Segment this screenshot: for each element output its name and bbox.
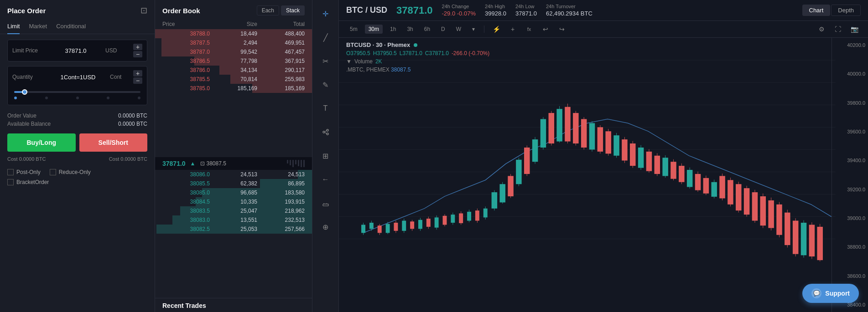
low-label: 24h Low (515, 4, 537, 9)
redo-button[interactable]: ↪ (556, 24, 568, 35)
ruler-icon[interactable] (317, 195, 334, 211)
support-label: Support (825, 290, 850, 297)
bid-row[interactable]: 38082.5 25,053 257,566 (155, 225, 312, 234)
tf-w[interactable]: W (452, 25, 465, 34)
price-label-8: 38600.0 (835, 273, 865, 279)
crosshair-icon[interactable]: ✛ (317, 5, 334, 22)
tf-d[interactable]: D (437, 25, 449, 34)
slider-thumb[interactable] (22, 89, 27, 95)
ask-row[interactable]: 38786.0 34,134 290,117 (155, 66, 312, 75)
chart-symbol-row: BTCUSD · 30 · Phemex (346, 41, 489, 48)
post-only-checkbox[interactable]: Post-Only (7, 169, 41, 175)
checkbox-row-2: BracketOrder (7, 179, 147, 185)
snapshot-button[interactable]: 📷 (848, 24, 861, 35)
bracket-order-checkbox[interactable]: BracketOrder (7, 179, 49, 185)
post-only-box (7, 169, 14, 175)
index-icon: ⊡ (200, 160, 205, 167)
price-label-1: 40000.0 (835, 71, 865, 77)
node-icon[interactable] (317, 124, 334, 140)
chart-view-btn[interactable]: Chart (802, 5, 831, 16)
support-button[interactable]: 💬 Support (802, 284, 859, 303)
ask-row[interactable]: 38785.0 185,169 185,169 (155, 84, 312, 93)
tf-1h[interactable]: 1h (386, 25, 400, 34)
chart-symbol-name: BTCUSD · 30 · Phemex (346, 41, 410, 48)
undo-button[interactable]: ↩ (539, 24, 552, 35)
quantity-decrement[interactable]: − (133, 77, 142, 84)
bid-row[interactable]: 38085.5 62,382 86,895 (155, 179, 312, 188)
indicator-icon[interactable]: ⚡ (490, 24, 503, 35)
ask-row[interactable]: 38786.5 77,798 367,915 (155, 56, 312, 66)
svg-point-0 (323, 131, 325, 133)
bid-row[interactable]: 38083.5 25,047 218,962 (155, 206, 312, 215)
bid-row[interactable]: 38084.5 10,335 193,915 (155, 197, 312, 206)
ask-row[interactable]: 38787.0 99,542 467,457 (155, 47, 312, 56)
fullscreen-button[interactable]: ⛶ (832, 24, 844, 35)
pencil-icon[interactable]: ✎ (317, 77, 334, 93)
text-icon[interactable]: T (317, 100, 334, 117)
layout-icon[interactable]: ⊞ (317, 148, 334, 164)
sell-short-button[interactable]: Sell/Short (79, 133, 148, 152)
bid-row[interactable]: 38085.0 96,685 183,580 (155, 188, 312, 197)
high-label: 24h High (485, 4, 506, 9)
settings-button[interactable]: ⚙ (815, 24, 828, 35)
stat-24h-high: 24h High 39928.0 (485, 4, 506, 17)
low-value: 37871.0 (515, 10, 537, 17)
orderbook-title: Order Book (162, 7, 200, 15)
reduce-only-label: Reduce-Only (59, 169, 91, 175)
calculator-icon[interactable]: ⊡ (140, 5, 147, 15)
scissors-icon[interactable]: ✂ (317, 53, 334, 69)
quantity-slider[interactable] (12, 84, 142, 101)
bracket-order-label: BracketOrder (16, 179, 49, 185)
chart-canvas-area: BTCUSD · 30 · Phemex O37950.5 H37950.5 L… (339, 38, 868, 312)
volume-toggle[interactable]: ▼ (346, 58, 352, 65)
tf-more[interactable]: ▾ (468, 25, 478, 34)
change-label: 24h Change (442, 4, 476, 9)
slider-track (14, 91, 140, 93)
ob-mid-index: ⊡ 38087.5 (200, 160, 226, 167)
ask-row[interactable]: 38785.5 70,814 255,983 (155, 75, 312, 84)
quantity-increment[interactable]: + (133, 70, 142, 77)
stat-24h-low: 24h Low 37871.0 (515, 4, 537, 17)
line-draw-icon[interactable]: ╱ (317, 29, 334, 46)
zoom-in-icon[interactable]: ⊕ (317, 219, 334, 235)
chart-view-tabs: Chart Depth (802, 5, 861, 16)
quantity-value: 1Cont=1USD (61, 74, 96, 81)
add-indicator-button[interactable]: + (506, 24, 519, 35)
index-value: 38087.5 (207, 160, 226, 167)
buy-cost: Cost 0.0000 BTC (7, 156, 46, 162)
tab-conditional[interactable]: Conditional (56, 19, 86, 34)
order-info: Order Value 0.0000 BTC Available Balance… (0, 111, 155, 129)
price-axis: 40200.0 40000.0 39800.0 39600.0 39400.0 … (832, 38, 868, 312)
ask-row[interactable]: 38787.5 2,494 469,951 (155, 38, 312, 47)
svg-point-1 (327, 129, 328, 131)
limit-price-unit: USD (105, 47, 117, 54)
stack-button[interactable]: Stack (281, 5, 305, 15)
stat-24h-change: 24h Change -29.0 -0.07% (442, 4, 476, 17)
change-value: -29.0 -0.07% (442, 10, 476, 17)
bid-row[interactable]: 38083.0 13,551 232,513 (155, 215, 312, 225)
quantity-unit: Cont (110, 74, 121, 80)
each-button[interactable]: Each (257, 5, 279, 15)
depth-view-btn[interactable]: Depth (831, 5, 861, 16)
symbol-price: 37871.0 (396, 5, 433, 16)
ask-row[interactable]: 38788.0 18,449 488,400 (155, 29, 312, 38)
tab-market[interactable]: Market (29, 19, 47, 34)
svg-rect-5 (323, 204, 328, 206)
tf-3h[interactable]: 3h (403, 25, 416, 34)
tf-5m[interactable]: 5m (346, 25, 361, 34)
slider-ticks (14, 97, 140, 99)
arrow-left-icon[interactable]: ← (317, 171, 334, 188)
reduce-only-checkbox[interactable]: Reduce-Only (50, 169, 91, 175)
tab-limit[interactable]: Limit (7, 19, 20, 34)
orderbook-controls: Each Stack (257, 5, 305, 15)
bid-row[interactable]: 38086.0 24,513 24,513 (155, 170, 312, 179)
price-label-5: 39200.0 (835, 187, 865, 192)
limit-price-increment[interactable]: + (133, 44, 142, 50)
tf-6h[interactable]: 6h (421, 25, 434, 34)
tf-30m[interactable]: 30m (365, 25, 383, 34)
quantity-steppers: + − (133, 70, 142, 84)
formula-icon[interactable]: fx (523, 24, 535, 35)
buy-long-button[interactable]: Buy/Long (7, 133, 76, 152)
limit-price-decrement[interactable]: − (133, 51, 142, 57)
svg-line-3 (325, 131, 327, 132)
